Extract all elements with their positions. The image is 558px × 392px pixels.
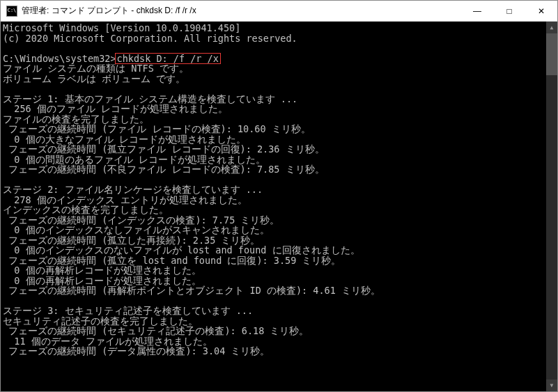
scroll-thumb[interactable] (546, 33, 557, 75)
minimize-button[interactable]: — (461, 1, 493, 22)
scroll-track[interactable] (546, 33, 557, 379)
maximize-button[interactable]: □ (493, 1, 525, 22)
app-icon: C:\ (6, 6, 17, 17)
close-button[interactable]: ✕ (525, 1, 557, 22)
highlighted-command: chkdsk D: /f /r /x (115, 53, 221, 65)
window-frame: C:\ 管理者: コマンド プロンプト - chkdsk D: /f /r /x… (0, 0, 558, 392)
window-title: 管理者: コマンド プロンプト - chkdsk D: /f /r /x (22, 5, 461, 17)
scroll-up-button[interactable]: ▲ (546, 22, 557, 33)
titlebar[interactable]: C:\ 管理者: コマンド プロンプト - chkdsk D: /f /r /x… (1, 1, 557, 22)
vertical-scrollbar[interactable]: ▲ ▼ (546, 22, 557, 391)
scroll-down-button[interactable]: ▼ (546, 379, 557, 391)
terminal-output[interactable]: Microsoft Windows [Version 10.0.19041.45… (1, 22, 557, 391)
